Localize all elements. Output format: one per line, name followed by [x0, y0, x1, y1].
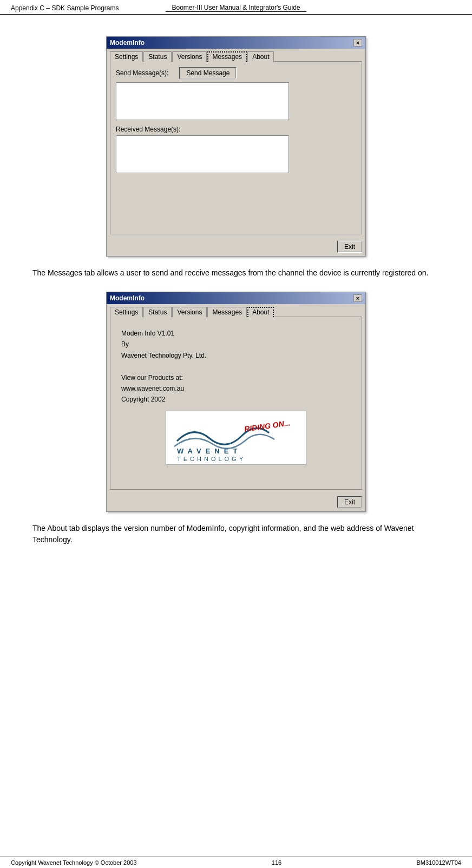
send-message-btn[interactable]: Send Message	[179, 67, 237, 79]
send-textarea[interactable]	[116, 82, 289, 120]
about-dialog: ModemInfo × Settings Status Versions Mes…	[106, 292, 366, 512]
tab-versions-2[interactable]: Versions	[172, 307, 207, 317]
dialog2-close-btn[interactable]: ×	[353, 294, 362, 302]
svg-text:TECHNOLOGY: TECHNOLOGY	[177, 456, 246, 462]
dialog1-close-btn[interactable]: ×	[353, 39, 362, 47]
about-line1: Modem Info V1.01	[121, 328, 351, 339]
messages-dialog: ModemInfo × Settings Status Versions Mes…	[106, 36, 366, 257]
tab-messages-1[interactable]: Messages	[207, 51, 247, 62]
dialog1-btn-row: Exit	[107, 238, 365, 256]
page-footer: Copyright Wavenet Technology © October 2…	[0, 857, 472, 868]
page-header: Appendix C – SDK Sample Programs Boomer-…	[0, 0, 472, 15]
dialog2-tabs: Settings Status Versions Messages About	[107, 304, 365, 317]
dialog2-title: ModemInfo	[110, 294, 145, 302]
dialog2-titlebar: ModemInfo ×	[107, 292, 365, 304]
footer-right: BM310012WT04	[416, 859, 461, 866]
about-line5: www.wavenet.com.au	[121, 383, 351, 394]
footer-center: 116	[272, 859, 281, 866]
svg-text:WAVENET: WAVENET	[177, 447, 241, 455]
send-row: Send Message(s): Send Message	[116, 67, 356, 79]
about-line2: By	[121, 339, 351, 350]
dialog2-btn-row: Exit	[107, 493, 365, 511]
wavenet-logo: RIDING ON... WAVENET TECHNOLOGY	[166, 411, 306, 465]
tab-about-1[interactable]: About	[247, 51, 274, 62]
send-label: Send Message(s):	[116, 69, 168, 77]
received-label: Received Message(s):	[116, 126, 356, 133]
tab-settings-2[interactable]: Settings	[110, 307, 143, 317]
dialog1-exit-btn[interactable]: Exit	[337, 241, 362, 253]
tab-status-2[interactable]: Status	[143, 307, 172, 317]
header-left: Appendix C – SDK Sample Programs	[11, 4, 119, 12]
dialog2-panel: Modem Info V1.01 By Wavenet Technology P…	[110, 317, 362, 490]
description2: The About tab displays the version numbe…	[32, 523, 440, 545]
header-center: Boomer-III User Manual & Integrator's Gu…	[166, 4, 306, 12]
about-line3: Wavenet Technology Pty. Ltd.	[121, 350, 351, 361]
footer-left: Copyright Wavenet Technology © October 2…	[11, 859, 137, 866]
about-line6: Copyright 2002	[121, 394, 351, 405]
dialog1-titlebar: ModemInfo ×	[107, 37, 365, 49]
description1: The Messages tab allows a user to send a…	[32, 267, 440, 279]
tab-messages-2[interactable]: Messages	[207, 307, 247, 317]
dialog1-tabs: Settings Status Versions Messages About	[107, 49, 365, 61]
tab-status-1[interactable]: Status	[143, 51, 172, 62]
dialog1-panel: Send Message(s): Send Message Received M…	[110, 61, 362, 234]
tab-settings-1[interactable]: Settings	[110, 51, 143, 62]
dialog2-exit-btn[interactable]: Exit	[337, 496, 362, 508]
main-content: ModemInfo × Settings Status Versions Mes…	[0, 15, 472, 591]
dialog1-title: ModemInfo	[110, 39, 145, 47]
wavenet-logo-svg: RIDING ON... WAVENET TECHNOLOGY	[166, 411, 306, 465]
tab-versions-1[interactable]: Versions	[172, 51, 207, 62]
about-line4: View our Products at:	[121, 372, 351, 383]
tab-about-2[interactable]: About	[247, 307, 274, 317]
received-textarea[interactable]	[116, 135, 289, 173]
about-content: Modem Info V1.01 By Wavenet Technology P…	[116, 323, 356, 411]
